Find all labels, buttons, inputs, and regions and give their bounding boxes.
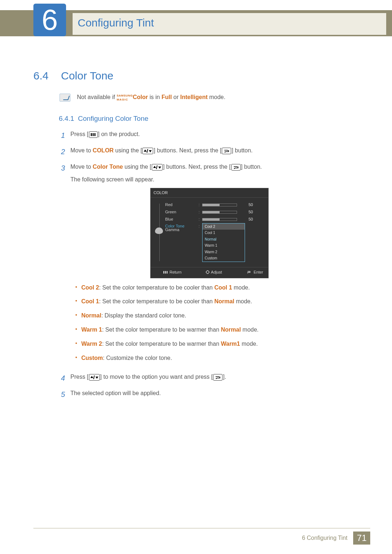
t: Move to bbox=[70, 147, 93, 153]
t: using the [ bbox=[123, 164, 151, 170]
t: ] button. bbox=[241, 164, 262, 170]
svg-rect-0 bbox=[91, 133, 92, 136]
osd-title: COLOR bbox=[151, 188, 268, 198]
svg-marker-18 bbox=[95, 377, 98, 379]
svg-marker-16 bbox=[90, 376, 93, 378]
enter-icon bbox=[231, 164, 241, 171]
note-prefix: Not available if bbox=[77, 94, 117, 100]
svg-rect-13 bbox=[167, 271, 168, 274]
osd-option: Normal bbox=[203, 236, 245, 243]
svg-rect-1 bbox=[93, 133, 94, 136]
t: mode. bbox=[232, 284, 250, 291]
osd-label: Green bbox=[165, 209, 199, 215]
section-number: 6.4 bbox=[33, 70, 49, 82]
option-normal: Normal: Display the standard color tone. bbox=[70, 311, 348, 320]
svg-rect-11 bbox=[163, 271, 164, 274]
step-5: 5 The selected option will be applied. bbox=[61, 389, 348, 400]
osd-value: 50 bbox=[244, 202, 253, 208]
osd-option: Custom bbox=[203, 255, 245, 262]
magic-word: Color bbox=[133, 94, 148, 100]
osd-option: Cool 1 bbox=[203, 230, 245, 236]
svg-marker-5 bbox=[149, 150, 152, 152]
kw-colortone: Color Tone bbox=[93, 164, 123, 170]
opt-name: Warm 2 bbox=[81, 341, 102, 347]
chapter-number-box: 6 bbox=[33, 4, 66, 36]
t: ] button. bbox=[232, 147, 253, 153]
t: : Set the color temperature to be warmer… bbox=[102, 341, 221, 347]
t: : Display the standard color tone. bbox=[101, 312, 186, 319]
option-warm2: Warm 2: Set the color temperature to be … bbox=[70, 340, 348, 349]
opt-name: Warm 1 bbox=[81, 327, 102, 333]
svg-marker-19 bbox=[216, 378, 217, 379]
osd-body: Red : 50 Green : 50 Blue bbox=[151, 198, 268, 267]
step-body: Move to Color Tone using the [] buttons.… bbox=[70, 163, 348, 368]
t: : Set the color temperature to be warmer… bbox=[102, 327, 221, 333]
svg-marker-15 bbox=[247, 272, 248, 274]
steps-list: 1 Press [] on the product. 2 Move to COL… bbox=[61, 130, 348, 405]
osd-row-green: Green : 50 bbox=[165, 209, 265, 216]
opt-ref: Cool 1 bbox=[214, 284, 232, 291]
osd-row-red: Red : 50 bbox=[165, 201, 265, 209]
footer-text: 6 Configuring Tint bbox=[302, 535, 347, 541]
subsection-title: Configuring Color Tone bbox=[78, 115, 148, 122]
page-footer: 6 Configuring Tint 71 bbox=[33, 528, 370, 545]
t: ] buttons. Next, press the [ bbox=[154, 147, 221, 153]
palette-icon bbox=[155, 227, 163, 234]
osd-value: 50 bbox=[244, 209, 253, 215]
note-suffix: mode. bbox=[208, 94, 225, 100]
svg-marker-9 bbox=[158, 167, 161, 169]
svg-rect-4 bbox=[147, 149, 148, 153]
step-body: Press [] to move to the option you want … bbox=[70, 373, 348, 384]
osd-colon: : bbox=[199, 216, 202, 222]
osd-label: Blue bbox=[165, 216, 199, 222]
diamond-icon bbox=[206, 270, 209, 274]
footer-page-number: 71 bbox=[353, 532, 370, 545]
t: Move to bbox=[70, 164, 93, 170]
note-row: Not available if SAMSUNGMAGICColor is in… bbox=[60, 94, 348, 102]
menu-icon bbox=[89, 131, 98, 138]
t: The selected option will be applied. bbox=[70, 390, 161, 396]
options-list: Cool 2: Set the color temperature to be … bbox=[70, 283, 348, 363]
option-cool1: Cool 1: Set the color temperature to be … bbox=[70, 297, 348, 306]
t: mode. bbox=[240, 341, 258, 347]
t: ] to move to the option you want and pre… bbox=[100, 374, 213, 380]
note-full: Full bbox=[162, 94, 172, 100]
kw-color: COLOR bbox=[93, 147, 114, 153]
osd-footer-return: Return bbox=[163, 269, 181, 275]
t: : Customize the color tone. bbox=[103, 355, 172, 361]
osd-colon: : bbox=[199, 202, 202, 208]
opt-name: Custom bbox=[81, 355, 103, 361]
note-mid2: or bbox=[172, 94, 180, 100]
svg-rect-8 bbox=[156, 165, 158, 169]
osd-slider bbox=[202, 211, 237, 214]
osd-footer-adjust: Adjust bbox=[206, 269, 222, 275]
svg-rect-2 bbox=[94, 133, 95, 136]
updown-icon bbox=[89, 374, 100, 381]
option-custom: Custom: Customize the color tone. bbox=[70, 354, 348, 363]
chapter-title: Configuring Tint bbox=[73, 13, 386, 35]
menu-icon bbox=[163, 271, 168, 274]
step-number: 5 bbox=[61, 389, 70, 400]
osd-footer: Return Adjust Enter bbox=[151, 267, 268, 278]
osd-option: Cool 2 bbox=[203, 223, 245, 230]
note-mid1: is in bbox=[148, 94, 162, 100]
osd-colon: : bbox=[199, 223, 202, 229]
t: Press [ bbox=[70, 374, 89, 380]
svg-marker-14 bbox=[206, 270, 209, 274]
magic-bottom: MAGIC bbox=[117, 98, 128, 101]
step-body: Move to COLOR using the [] buttons. Next… bbox=[70, 146, 348, 157]
t: : Set the color temperature to be cooler… bbox=[99, 298, 215, 304]
t: Press [ bbox=[70, 131, 89, 137]
svg-marker-7 bbox=[153, 166, 156, 168]
t: ] on the product. bbox=[98, 131, 140, 137]
option-cool2: Cool 2: Set the color temperature to be … bbox=[70, 283, 348, 292]
svg-marker-10 bbox=[234, 168, 235, 169]
osd-screenshot: COLOR Red : 50 Green bbox=[150, 188, 269, 278]
updown-icon bbox=[152, 164, 163, 171]
svg-rect-12 bbox=[165, 271, 166, 274]
osd-left-rail bbox=[154, 201, 165, 263]
section-title: Color Tone bbox=[61, 70, 114, 82]
subsection-heading: 6.4.1 Configuring Color Tone bbox=[59, 115, 148, 123]
t: mode. bbox=[241, 327, 259, 333]
svg-marker-3 bbox=[144, 149, 147, 152]
